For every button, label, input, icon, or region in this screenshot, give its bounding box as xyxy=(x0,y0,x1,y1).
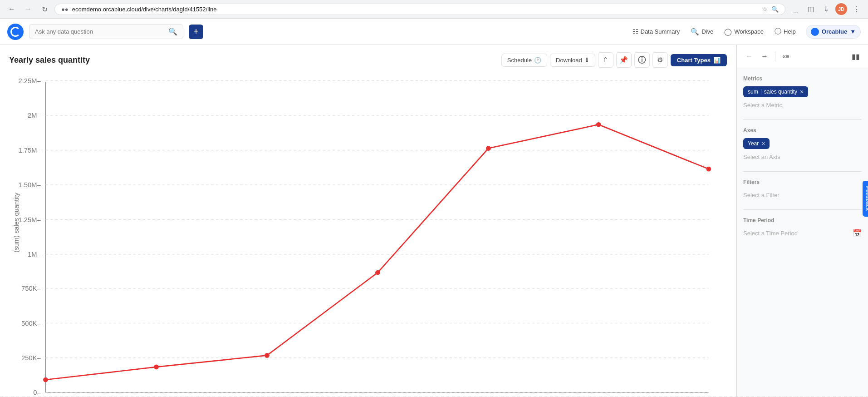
forward-button[interactable]: → xyxy=(22,3,34,15)
download-label: Download xyxy=(556,57,582,64)
rp-back-button[interactable]: ← xyxy=(742,50,756,63)
y-tick-250k: 250K– xyxy=(21,354,41,362)
axis-select[interactable]: Select an Axis xyxy=(743,152,862,162)
time-period-section: Time Period Select a Time Period 📅 xyxy=(743,217,862,238)
y-tick-500k: 500K– xyxy=(21,320,41,327)
schedule-button[interactable]: Schedule 🕐 xyxy=(501,54,547,67)
chart-icon: 📊 xyxy=(713,57,721,64)
rp-pause-button[interactable]: ▮▮ xyxy=(849,50,863,63)
metric-remove-icon[interactable]: × xyxy=(800,89,804,95)
clock-icon: 🕐 xyxy=(534,57,541,64)
reload-button[interactable]: ↻ xyxy=(38,3,51,15)
settings-button[interactable]: ⚙ xyxy=(652,52,668,68)
chart-title: Yearly sales quantity xyxy=(9,55,90,65)
data-point-2020[interactable] xyxy=(265,353,270,358)
metric-chip[interactable]: sum sales quantity × xyxy=(743,86,808,97)
data-point-2022[interactable] xyxy=(486,146,491,151)
workspace-icon: ◯ xyxy=(724,28,732,36)
metric-select[interactable]: Select a Metric xyxy=(743,100,862,110)
axis-chip[interactable]: Year × xyxy=(743,138,770,149)
axis-value: Year xyxy=(748,140,759,147)
axes-divider xyxy=(743,171,862,172)
nav-help[interactable]: ⓘ Help xyxy=(770,25,800,39)
data-point-2023[interactable] xyxy=(596,122,601,127)
rp-divider xyxy=(775,51,775,61)
data-point-2024[interactable] xyxy=(706,167,711,172)
url-input[interactable] xyxy=(72,6,759,13)
info-icon: ⓘ xyxy=(638,55,646,65)
axis-remove-icon[interactable]: × xyxy=(761,140,765,147)
filters-label: Filters xyxy=(743,179,862,185)
share-icon: ⇧ xyxy=(603,56,608,64)
download-browser-button[interactable]: ⇓ xyxy=(820,3,833,15)
chart-types-button[interactable]: Chart Types 📊 xyxy=(671,54,727,66)
chart-area: Yearly sales quantity Schedule 🕐 Downloa… xyxy=(0,45,736,397)
profile-avatar[interactable]: JD xyxy=(835,3,847,15)
search-bar: 🔍 xyxy=(29,24,183,39)
gear-icon: ⚙ xyxy=(657,56,663,64)
time-period-select[interactable]: Select a Time Period xyxy=(743,228,798,238)
extensions-button[interactable]: ◫ xyxy=(804,3,817,15)
feedback-tab[interactable]: Feedback xyxy=(863,181,868,217)
pin-button[interactable]: 📌 xyxy=(616,52,632,68)
security-icon: ●● xyxy=(61,6,69,13)
pin-icon: 📌 xyxy=(619,56,628,64)
filter-select[interactable]: Select a Filter xyxy=(743,190,862,200)
search-lens-icon[interactable]: 🔍 xyxy=(771,6,779,13)
chart-header: Yearly sales quantity Schedule 🕐 Downloa… xyxy=(9,52,727,68)
time-period-row: Select a Time Period 📅 xyxy=(743,228,862,238)
metrics-chips: sum sales quantity × xyxy=(743,86,862,100)
app-logo[interactable] xyxy=(7,24,24,40)
extension-icon[interactable]: ⎯ xyxy=(789,3,802,15)
info-button[interactable]: ⓘ xyxy=(634,52,650,68)
chevron-down-icon: ▼ xyxy=(850,28,856,35)
rp-forward-button[interactable]: → xyxy=(758,50,771,63)
chip-divider xyxy=(761,89,761,94)
chart-line-path xyxy=(45,124,708,380)
download-icon: ⇓ xyxy=(584,57,589,64)
y-tick-125m: 1.25M– xyxy=(19,216,41,223)
main-content: Yearly sales quantity Schedule 🕐 Downloa… xyxy=(0,45,868,397)
search-icon[interactable]: 🔍 xyxy=(168,27,177,36)
download-button[interactable]: Download ⇓ xyxy=(550,54,595,67)
right-panel: ← → ×≡ ▮▮ Metrics sum sales quantity × xyxy=(736,45,868,397)
axes-section: Axes Year × Select an Axis xyxy=(743,127,862,162)
axes-chips: Year × xyxy=(743,138,862,152)
data-point-2018[interactable] xyxy=(43,377,48,382)
data-point-2021[interactable] xyxy=(375,270,380,275)
browser-chrome: ← → ↻ ●● ☆ 🔍 ⎯ ◫ ⇓ JD ⋮ xyxy=(0,0,868,19)
help-icon: ⓘ xyxy=(775,27,781,36)
time-period-label: Time Period xyxy=(743,217,862,223)
metrics-section: Metrics sum sales quantity × Select a Me… xyxy=(743,75,862,110)
nav-dive-label: Dive xyxy=(701,28,713,35)
right-panel-body: Metrics sum sales quantity × Select a Me… xyxy=(737,68,868,397)
orca-logo-icon xyxy=(811,28,819,36)
main-nav: ☷ Data Summary 🔍 Dive ◯ Workspace ⓘ Help xyxy=(628,25,800,39)
nav-dive[interactable]: 🔍 Dive xyxy=(686,25,718,39)
share-button[interactable]: ⇧ xyxy=(598,52,613,68)
menu-button[interactable]: ⋮ xyxy=(850,3,863,15)
address-bar: ●● ☆ 🔍 xyxy=(54,4,785,15)
metrics-label: Metrics xyxy=(743,75,862,82)
back-button[interactable]: ← xyxy=(5,3,18,15)
nav-data-summary[interactable]: ☷ Data Summary xyxy=(628,25,685,39)
metric-prefix: sum xyxy=(748,89,758,95)
bookmark-icon[interactable]: ☆ xyxy=(762,6,768,13)
rp-filter-clear-button[interactable]: ×≡ xyxy=(779,50,793,63)
data-point-2019[interactable] xyxy=(154,364,159,369)
schedule-label: Schedule xyxy=(507,57,532,64)
nav-data-summary-label: Data Summary xyxy=(641,28,680,35)
add-button[interactable]: + xyxy=(189,25,203,39)
metrics-divider xyxy=(743,119,862,120)
user-menu-button[interactable]: Orcablue ▼ xyxy=(806,25,861,39)
line-chart-svg: (sum) sales quantity 2.25M xyxy=(9,75,727,397)
calendar-button[interactable]: 📅 xyxy=(853,229,862,238)
nav-workspace-label: Workspace xyxy=(734,28,764,35)
logo-icon xyxy=(10,27,20,37)
nav-workspace[interactable]: ◯ Workspace xyxy=(720,25,768,39)
search-input[interactable] xyxy=(35,28,165,35)
filters-divider xyxy=(743,209,862,210)
nav-help-label: Help xyxy=(784,28,796,35)
user-label: Orcablue xyxy=(822,28,847,35)
y-tick-1m: 1M– xyxy=(28,251,41,258)
